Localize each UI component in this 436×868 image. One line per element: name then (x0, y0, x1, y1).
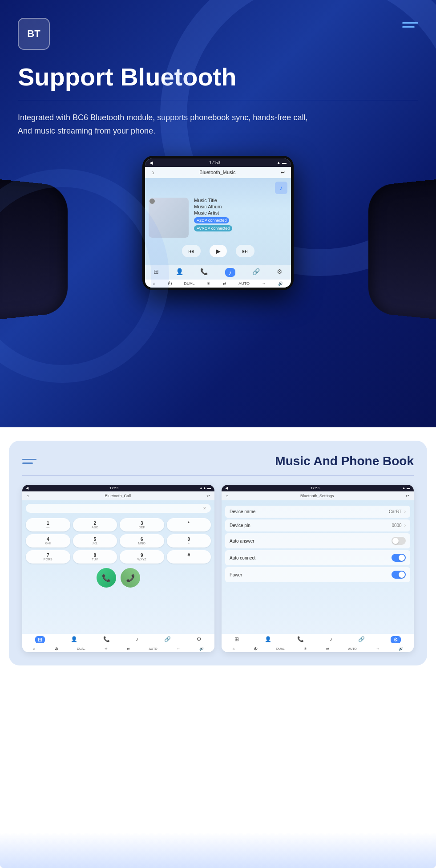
play-button[interactable]: ▶ (210, 245, 227, 257)
left-nav-bar: ⌂ Bluetooth_Call ↩ (22, 491, 214, 500)
dial-grid: 1— 2ABC 3DEF * 4GHI 5JKL 6MNO 0+ 7PQRS 8… (26, 518, 211, 564)
music-text: Music Title Music Album Music Artist A2D… (194, 198, 233, 232)
settings-row-device-pin[interactable]: Device pin 0000 › (225, 519, 410, 531)
right-screen-footer: ⌂ ⏻ DUAL ✳ ⇄ AUTO ↔ 🔊 (222, 645, 414, 652)
dial-key-6[interactable]: 6MNO (120, 534, 164, 548)
dial-key-9[interactable]: 9WXYZ (120, 550, 164, 564)
right-nav-grid-icon[interactable]: ⊞ (234, 636, 239, 643)
music-info-row: Music Title Music Album Music Artist A2D… (149, 198, 287, 238)
footer-volume[interactable]: 🔊 (278, 281, 283, 286)
prev-button[interactable]: ⏮ (182, 245, 201, 257)
rf-asterisk[interactable]: ✳ (304, 647, 307, 651)
dial-key-4[interactable]: 4GHI (26, 534, 70, 548)
left-nav-grid-icon[interactable]: ⊞ (35, 636, 45, 643)
right-nav-contacts-icon[interactable]: 👤 (265, 636, 271, 643)
car-display-wrap: ◀ 17:53 ▲ ▬ ⌂ Bluetooth_Music ↩ ♪ (18, 156, 418, 290)
menu-line-1 (402, 22, 418, 24)
screen-bottom-nav: ⊞ 👤 📞 ♪ 🔗 ⚙ (145, 265, 291, 280)
dial-key-hash[interactable]: # (167, 550, 211, 564)
search-clear-icon[interactable]: ✕ (203, 506, 206, 511)
left-nav-back[interactable]: ↩ (206, 494, 210, 498)
back-arrow-icon[interactable]: ◀ (149, 160, 153, 165)
right-nav-back[interactable]: ↩ (406, 494, 409, 498)
right-nav-title: Bluetooth_Settings (300, 494, 334, 498)
dial-key-3[interactable]: 3DEF (120, 518, 164, 531)
right-nav-music-icon[interactable]: ♪ (330, 636, 332, 643)
left-nav-home[interactable]: ⌂ (27, 494, 29, 498)
footer-arrows[interactable]: ↔ (262, 281, 266, 286)
menu-button[interactable] (402, 22, 418, 28)
nav-contacts-icon[interactable]: 👤 (176, 268, 183, 277)
lf-volume[interactable]: 🔊 (199, 647, 204, 651)
back-icon[interactable]: ↩ (281, 170, 285, 175)
car-screen: ◀ 17:53 ▲ ▬ ⌂ Bluetooth_Music ↩ ♪ (145, 158, 291, 288)
settings-row-power: Power (225, 567, 410, 582)
album-art (149, 198, 189, 238)
status-time: 17:53 (209, 160, 220, 165)
bottom-menu-icon[interactable] (22, 459, 36, 464)
car-body-right (368, 178, 436, 320)
music-note-button[interactable]: ♪ (275, 182, 287, 194)
right-status-icons: ▲ ▬ (402, 486, 410, 490)
left-nav-contacts-icon[interactable]: 👤 (71, 636, 77, 643)
dial-key-1[interactable]: 1— (26, 518, 70, 531)
left-screen-device: ◀ 17:53 ▲▲ ▬ ⌂ Bluetooth_Call ↩ ✕ 1— 2AB… (22, 485, 214, 652)
right-nav-home[interactable]: ⌂ (226, 494, 228, 498)
lf-arrows[interactable]: ↔ (177, 647, 180, 651)
call-buttons: 📞 📞 (26, 568, 211, 588)
search-bar[interactable]: ✕ (26, 504, 211, 513)
dial-key-7[interactable]: 7PQRS (26, 550, 70, 564)
footer-home[interactable]: ⌂ (153, 281, 155, 286)
toggle-auto-answer[interactable] (392, 537, 406, 545)
next-button[interactable]: ⏭ (236, 245, 254, 257)
rf-home[interactable]: ⌂ (232, 647, 234, 651)
dial-key-2[interactable]: 2ABC (73, 518, 117, 531)
left-back-arrow[interactable]: ◀ (26, 486, 28, 490)
rf-arrows[interactable]: ↔ (376, 647, 379, 651)
hero-section: BT Support Bluetooth Integrated with BC6… (0, 0, 436, 427)
left-nav-link-icon[interactable]: 🔗 (164, 636, 171, 643)
footer-switch[interactable]: ⇄ (223, 281, 226, 286)
setting-label-device-name: Device name (230, 509, 255, 514)
call-end-button[interactable]: 📞 (121, 568, 140, 588)
right-bottom-nav: ⊞ 👤 📞 ♪ 🔗 ⚙ (222, 634, 414, 645)
bottom-section: Music And Phone Book ◀ 17:53 ▲▲ ▬ ⌂ Blue… (9, 441, 427, 665)
music-artist: Music Artist (194, 210, 233, 215)
settings-row-auto-connect: Auto connect (225, 550, 410, 565)
rf-auto: AUTO (348, 647, 356, 650)
right-nav-phone-icon[interactable]: 📞 (297, 636, 304, 643)
left-nav-settings-icon[interactable]: ⚙ (197, 636, 202, 643)
toggle-power[interactable] (392, 571, 406, 579)
setting-label-auto-answer: Auto answer (230, 539, 254, 544)
dial-key-star[interactable]: * (167, 518, 211, 531)
rf-volume[interactable]: 🔊 (399, 647, 403, 651)
nav-home-icon[interactable]: ⊞ (153, 268, 159, 277)
right-nav-link-icon[interactable]: 🔗 (358, 636, 365, 643)
nav-phone-icon[interactable]: 📞 (200, 268, 208, 277)
left-nav-phone-icon[interactable]: 📞 (103, 636, 110, 643)
right-nav-settings-icon[interactable]: ⚙ (391, 636, 401, 643)
toggle-auto-connect[interactable] (392, 554, 406, 562)
footer-power[interactable]: ⏻ (168, 281, 172, 286)
left-nav-music-icon[interactable]: ♪ (136, 636, 138, 643)
nav-settings-icon[interactable]: ⚙ (277, 268, 283, 277)
setting-label-auto-connect: Auto connect (230, 556, 255, 560)
nav-music-icon[interactable]: ♪ (225, 268, 235, 277)
hero-description: Integrated with BC6 Bluetooth module, su… (18, 111, 329, 138)
music-title: Music Title (194, 198, 233, 203)
footer-asterisk[interactable]: ✳ (207, 281, 210, 286)
nav-link-icon[interactable]: 🔗 (252, 268, 260, 277)
dial-key-5[interactable]: 5JKL (73, 534, 117, 548)
call-answer-button[interactable]: 📞 (97, 568, 116, 588)
settings-row-device-name[interactable]: Device name CarBT › (225, 506, 410, 518)
dial-key-0[interactable]: 0+ (167, 534, 211, 548)
lf-switch[interactable]: ⇄ (127, 647, 130, 651)
lf-home[interactable]: ⌂ (33, 647, 35, 651)
lf-asterisk[interactable]: ✳ (105, 647, 108, 651)
lf-power[interactable]: ⏻ (54, 647, 58, 651)
home-icon[interactable]: ⌂ (151, 170, 154, 175)
dial-key-8[interactable]: 8TUV (73, 550, 117, 564)
right-back-arrow[interactable]: ◀ (225, 486, 228, 490)
rf-power[interactable]: ⏻ (254, 647, 257, 651)
rf-switch[interactable]: ⇄ (326, 647, 329, 651)
